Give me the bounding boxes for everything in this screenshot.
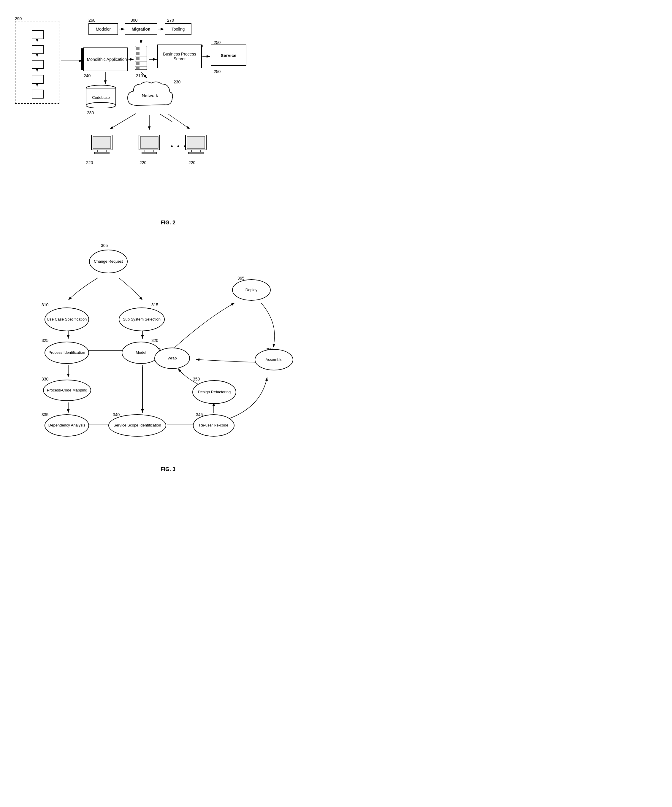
fig2-caption: FIG. 2 xyxy=(6,220,330,226)
svg-rect-25 xyxy=(136,52,139,55)
sub-system-node: Sub System Selection xyxy=(119,307,165,331)
ref-325: 325 xyxy=(41,338,48,343)
process-id-node: Process Identification xyxy=(45,342,89,364)
design-refactor-node: Design Refactoring xyxy=(192,380,236,404)
svg-point-31 xyxy=(86,102,116,108)
flow-box-4 xyxy=(32,75,44,84)
computer-middle xyxy=(136,134,163,159)
assemble-node: Assemble xyxy=(255,349,293,370)
ref-270: 270 xyxy=(167,18,174,23)
server-icon xyxy=(134,45,148,71)
svg-rect-35 xyxy=(93,136,111,148)
svg-line-13 xyxy=(160,114,172,122)
service-box-1: Service xyxy=(211,45,246,66)
dependency-node: Dependency Analysis xyxy=(45,414,89,437)
flow-box-1 xyxy=(32,30,44,39)
svg-rect-27 xyxy=(136,62,139,65)
service-scope-node: Service Scope Identification xyxy=(108,414,166,437)
flow-box-5 xyxy=(32,90,44,98)
bps-box: Business Process Server xyxy=(157,45,202,68)
svg-rect-39 xyxy=(140,136,158,148)
modeler-box: Modeler xyxy=(88,23,118,35)
change-request-node: Change Request xyxy=(89,250,128,273)
ref-220b: 220 xyxy=(139,160,146,165)
ref-305: 305 xyxy=(101,243,108,248)
svg-text:Codebase: Codebase xyxy=(92,95,110,100)
fig3-caption: FIG. 3 xyxy=(6,466,330,473)
network-cloud: Network xyxy=(122,79,178,114)
computer-right xyxy=(183,134,209,159)
flow-box-2 xyxy=(32,45,44,54)
svg-rect-40 xyxy=(145,150,154,152)
ref-220c: 220 xyxy=(189,160,195,165)
svg-rect-45 xyxy=(189,152,203,154)
svg-rect-43 xyxy=(187,136,205,148)
ref-300: 300 xyxy=(131,18,138,23)
box-290 xyxy=(15,21,60,104)
svg-rect-36 xyxy=(97,150,106,152)
svg-rect-37 xyxy=(95,152,109,154)
svg-rect-41 xyxy=(142,152,157,154)
ref-220a: 220 xyxy=(86,160,93,165)
ref-335: 335 xyxy=(41,412,48,417)
svg-rect-26 xyxy=(136,57,139,60)
fig2-diagram: 290 260 Modeler 300 Migration 270 Toolin… xyxy=(6,15,332,217)
process-code-node: Process-Code Mapping xyxy=(43,380,91,401)
computer-left xyxy=(88,134,115,159)
ref-240: 240 xyxy=(84,73,91,78)
svg-rect-44 xyxy=(191,150,200,152)
monolithic-box: Monolithic Application xyxy=(83,48,128,71)
tooling-box: Tooling xyxy=(165,23,191,35)
reuse-recode-node: Re-use/ Re-code xyxy=(193,414,234,437)
ref-315: 315 xyxy=(151,302,158,307)
ref-280: 280 xyxy=(87,110,94,115)
migration-box: Migration xyxy=(124,23,157,35)
ref-260: 260 xyxy=(88,18,95,23)
ref-350: 350 xyxy=(193,377,200,381)
fig3-diagram: 305 310 315 320 325 330 335 340 345 350 … xyxy=(6,232,332,463)
wrap-node: Wrap xyxy=(154,347,190,369)
ref-320: 320 xyxy=(151,338,158,343)
svg-rect-28 xyxy=(136,67,139,69)
ref-310: 310 xyxy=(41,302,48,307)
ref-250-label: 250 xyxy=(214,40,221,45)
ref-290: 290 xyxy=(15,16,22,21)
use-case-node: Use Case Specification xyxy=(45,307,89,331)
deploy-node: Deploy xyxy=(232,279,271,301)
svg-text:Network: Network xyxy=(141,93,158,98)
codebase-cylinder: Codebase xyxy=(85,85,117,108)
ref-250: 250 xyxy=(214,69,221,74)
ref-210: 210 xyxy=(136,73,143,78)
ref-340: 340 xyxy=(113,412,119,417)
ref-330: 330 xyxy=(41,377,48,381)
svg-line-11 xyxy=(110,114,136,129)
svg-rect-24 xyxy=(136,47,139,50)
ref-365: 365 xyxy=(237,276,244,281)
svg-line-14 xyxy=(168,114,190,129)
flow-box-3 xyxy=(32,60,44,69)
